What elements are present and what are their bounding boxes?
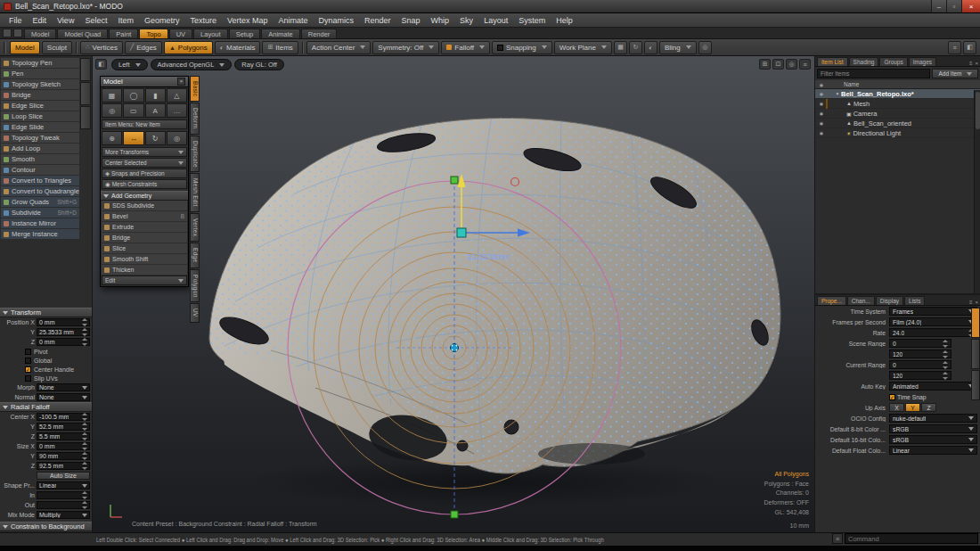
rotate-tool-icon[interactable]: ↻ xyxy=(145,131,166,145)
item-row-camera[interactable]: ◉ ▣ Camera xyxy=(815,109,980,119)
layout-tab-model-quad[interactable]: Model Quad xyxy=(57,29,108,38)
sidebar-vertical-tab[interactable] xyxy=(80,82,91,105)
visibility-eye-icon[interactable]: ◉ xyxy=(817,91,826,96)
tab-display[interactable]: Display xyxy=(876,296,903,305)
visibility-eye-icon[interactable]: ◉ xyxy=(817,101,826,106)
item-row-bell-scan-oriented[interactable]: ◉ ▲ Bell_Scan_oriented xyxy=(815,119,980,128)
tool-topology-sketch[interactable]: Topology Sketch xyxy=(1,79,79,89)
transform-section-header[interactable]: Transform xyxy=(0,308,92,317)
menu-animate[interactable]: Animate xyxy=(273,16,313,25)
snaps-precision-button[interactable]: ◈Snaps and Precision xyxy=(102,169,187,178)
primitive-cone-icon[interactable]: △ xyxy=(167,88,187,103)
mix-mode-dropdown[interactable]: Multiply xyxy=(37,511,90,519)
sidebar-vertical-tab[interactable] xyxy=(80,58,91,81)
tab-groups[interactable]: Groups xyxy=(879,57,907,66)
normal-dropdown[interactable]: None xyxy=(37,393,90,401)
action-center-dropdown[interactable]: Action Center xyxy=(306,41,371,54)
visibility-eye-icon[interactable]: ◉ xyxy=(817,120,826,126)
add-item-dropdown[interactable]: Add Item xyxy=(932,69,978,78)
center-selected-dropdown[interactable]: Center Selected xyxy=(102,158,187,168)
center-handle-checkbox[interactable] xyxy=(25,366,31,373)
layout-grid-icon[interactable] xyxy=(13,29,22,37)
shading-mode-dropdown[interactable]: Advanced OpenGL xyxy=(151,59,233,70)
stepper-icon[interactable] xyxy=(82,423,87,431)
panel-options-icon[interactable]: ≡ xyxy=(969,61,973,66)
items-mode-button[interactable]: ⊞Items xyxy=(262,41,298,54)
toolbar-menu-button[interactable]: ≡ xyxy=(948,41,961,54)
current-range-start-field[interactable]: 0 xyxy=(889,360,951,369)
primitive-sphere-icon[interactable]: ◯ xyxy=(123,88,143,103)
primitive-cylinder-icon[interactable]: ▮ xyxy=(145,88,166,103)
stepper-icon[interactable] xyxy=(82,318,87,326)
menu-item[interactable]: Item xyxy=(112,16,139,25)
tab-shading[interactable]: Shading xyxy=(849,57,879,66)
default-8bit-dropdown[interactable]: sRGB xyxy=(889,424,977,433)
layout-tab-topo[interactable]: Topo xyxy=(139,29,167,38)
item-list-scrollbar[interactable] xyxy=(974,90,980,293)
default-16bit-dropdown[interactable]: sRGB xyxy=(889,435,977,444)
tool-slice[interactable]: Slice xyxy=(102,243,187,253)
stepper-icon[interactable] xyxy=(82,413,87,421)
tool-loop-slice[interactable]: Loop Slice xyxy=(1,111,79,121)
tool-bevel[interactable]: BevelB xyxy=(102,211,187,221)
command-convert-to-triangles[interactable]: Convert to Triangles xyxy=(1,176,79,185)
properties-vertical-tab[interactable] xyxy=(971,308,980,338)
slip-uvs-checkbox[interactable] xyxy=(25,375,31,382)
menu-select[interactable]: Select xyxy=(79,16,112,25)
menu-system[interactable]: System xyxy=(513,16,551,25)
view-angle-dropdown[interactable]: Left xyxy=(111,59,148,70)
symmetry-dropdown[interactable]: Symmetry: Off xyxy=(372,41,439,54)
menu-render[interactable]: Render xyxy=(359,16,396,25)
tool-smooth-shift[interactable]: Smooth Shift xyxy=(102,254,187,264)
stepper-icon[interactable] xyxy=(943,361,948,369)
tool-sds-subdivide[interactable]: SDS Subdivide xyxy=(102,201,187,210)
panel-close-icon[interactable]: × xyxy=(975,300,978,305)
stepper-icon[interactable] xyxy=(943,340,948,348)
viewport-menu-icon[interactable]: ≡ xyxy=(799,59,811,70)
raygl-toggle[interactable]: Ray GL: Off xyxy=(234,59,283,70)
menu-view[interactable]: View xyxy=(52,16,79,25)
minimize-button[interactable]: – xyxy=(931,0,946,12)
tool-extrude[interactable]: Extrude xyxy=(102,222,187,232)
fit-view-icon[interactable]: ◎ xyxy=(786,59,797,70)
up-axis-y-button[interactable]: Y xyxy=(905,403,920,412)
sidebar-vertical-tab[interactable] xyxy=(80,106,91,129)
mesh-constraints-button[interactable]: ◉Mesh Constraints xyxy=(102,179,187,189)
falloff-center-widget[interactable] xyxy=(451,344,459,352)
stepper-icon[interactable] xyxy=(82,328,87,336)
vertices-mode-button[interactable]: ∴Vertices xyxy=(80,41,123,54)
tab-images[interactable]: Images xyxy=(909,57,936,66)
rate-field[interactable]: 24.0 xyxy=(889,328,977,337)
tool-edge-slice[interactable]: Edge Slice xyxy=(1,101,79,111)
stepper-icon[interactable] xyxy=(82,452,87,460)
layout-tab-uv[interactable]: UV xyxy=(169,29,192,38)
global-checkbox[interactable] xyxy=(25,358,31,364)
falloff-center-x-field[interactable]: -100.5 mm xyxy=(37,413,90,421)
tool-edge-slide[interactable]: Edge Slide xyxy=(1,122,79,132)
snapping-checkbox[interactable] xyxy=(497,45,503,51)
viewport-3d[interactable]: 23.3533mm ◧ Left Advanced OpenGL Ray GL:… xyxy=(93,56,814,532)
polygons-mode-button[interactable]: ▲Polygons xyxy=(164,41,213,54)
tool-smooth[interactable]: Smooth xyxy=(1,154,79,164)
work-plane-dropdown[interactable]: Work Plane xyxy=(554,41,612,54)
tab-item-list[interactable]: Item List xyxy=(817,57,848,66)
more-primitives-icon[interactable]: … xyxy=(167,103,187,118)
fps-dropdown[interactable]: Film (24.0) xyxy=(889,317,977,326)
command-convert-to-quadrangles[interactable]: Convert to Quadrangles xyxy=(1,186,79,196)
pivot-checkbox[interactable] xyxy=(25,349,31,355)
palette-tab-basic[interactable]: Basic xyxy=(190,76,200,102)
stepper-icon[interactable] xyxy=(82,442,87,450)
palette-tab-deform[interactable]: Deform xyxy=(190,103,200,134)
position-y-field[interactable]: 25.3533 mm xyxy=(37,328,90,336)
layout-tab-setup[interactable]: Setup xyxy=(229,29,261,38)
falloff-size-z-field[interactable]: 92.5 mm xyxy=(37,462,90,470)
tool-topology-pen[interactable]: Topology Pen xyxy=(1,58,79,68)
stepper-icon[interactable] xyxy=(82,491,87,499)
layout-tab-paint[interactable]: Paint xyxy=(109,29,138,38)
scene-range-start-field[interactable]: 0 xyxy=(889,339,951,348)
default-float-dropdown[interactable]: Linear xyxy=(889,446,977,455)
reset-button[interactable]: ↻ xyxy=(629,41,642,54)
menu-vertex-map[interactable]: Vertex Map xyxy=(222,16,274,25)
menu-dynamics[interactable]: Dynamics xyxy=(314,16,360,25)
time-system-dropdown[interactable]: Frames xyxy=(889,307,977,316)
